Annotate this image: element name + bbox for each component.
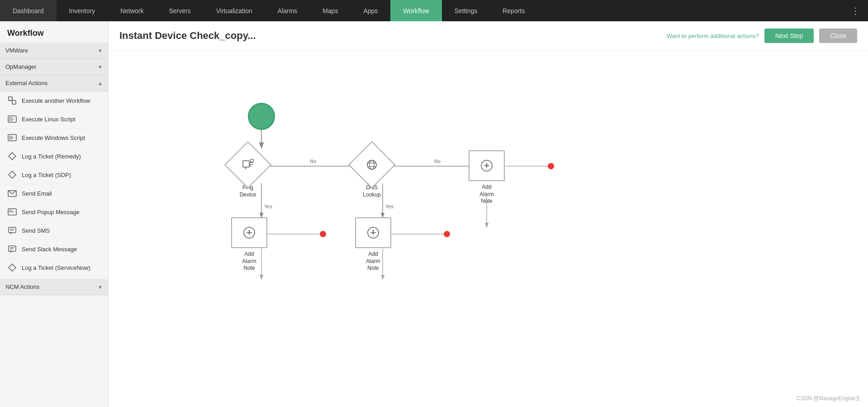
log-ticket-remedy-label: Log a Ticket (Remedy) <box>22 153 81 160</box>
sidebar-group-external-actions-label: External Actions <box>5 80 47 86</box>
svg-text:No: No <box>310 158 316 164</box>
workflow-canvas[interactable]: No No Yes Yes <box>109 51 868 407</box>
send-popup-icon <box>7 207 17 217</box>
sidebar-item-execute-another-workflow[interactable]: Execute another Workflow <box>0 91 108 110</box>
sidebar: Workflow VMWare ▼ OpManager ▼ External A… <box>0 21 109 407</box>
content-header: Instant Device Check_copy... Want to per… <box>109 21 868 51</box>
watermark: CSDN @ManageEngine主 <box>797 395 861 402</box>
workflow-arrows-svg: No No Yes Yes <box>109 51 606 368</box>
svg-text:Yes: Yes <box>385 204 394 209</box>
nav-item-inventory[interactable]: Inventory <box>57 0 108 21</box>
svg-marker-12 <box>9 153 16 160</box>
close-button[interactable]: Close <box>819 29 857 43</box>
main-content: Instant Device Check_copy... Want to per… <box>109 21 868 407</box>
send-sms-icon <box>7 225 17 235</box>
linux-script-icon <box>7 114 17 124</box>
sidebar-group-opmanager-label: OpManager <box>5 63 37 70</box>
svg-rect-21 <box>9 246 16 251</box>
sidebar-group-ncm-label: NCM Actions <box>5 283 39 290</box>
sidebar-item-send-slack[interactable]: Send Slack Message <box>0 240 108 259</box>
execute-workflow-icon <box>7 96 17 105</box>
sidebar-item-send-sms[interactable]: Send SMS <box>0 221 108 240</box>
sidebar-group-ncm-actions[interactable]: NCM Actions ▼ <box>0 279 108 295</box>
sidebar-group-external-actions[interactable]: External Actions ▲ <box>0 75 108 91</box>
nav-item-alarms[interactable]: Alarms <box>265 0 310 21</box>
sidebar-item-execute-windows-script[interactable]: Execute Windows Script <box>0 129 108 147</box>
sidebar-item-send-email[interactable]: Send Email <box>0 184 108 203</box>
ticket-servicenow-icon <box>7 263 17 273</box>
svg-text:Yes: Yes <box>264 204 272 209</box>
nav-item-virtualization[interactable]: Virtualization <box>204 0 265 21</box>
nav-item-dashboard[interactable]: Dashboard <box>0 0 57 21</box>
execute-another-workflow-label: Execute another Workflow <box>22 97 90 104</box>
svg-rect-0 <box>9 97 12 101</box>
log-ticket-servicenow-label: Log a Ticket (ServiceNow) <box>22 264 90 271</box>
nav-item-network[interactable]: Network <box>108 0 156 21</box>
svg-text:No: No <box>434 158 441 164</box>
windows-script-icon <box>7 133 17 143</box>
ticket-remedy-icon <box>7 151 17 161</box>
send-popup-label: Send Popup Message <box>22 209 80 215</box>
additional-actions-link[interactable]: Want to perform additional actions? <box>667 33 759 39</box>
nav-item-reports[interactable]: Reports <box>490 0 537 21</box>
send-email-icon <box>7 188 17 198</box>
nav-item-maps[interactable]: Maps <box>310 0 351 21</box>
header-actions: Want to perform additional actions? Next… <box>667 29 857 43</box>
send-slack-icon <box>7 244 17 254</box>
nav-more-icon[interactable]: ⋮ <box>843 5 868 16</box>
svg-point-51 <box>367 160 376 169</box>
svg-rect-18 <box>9 227 16 233</box>
add-alarm-note-mid[interactable]: AddAlarmNote <box>355 217 391 272</box>
chevron-down-icon: ▼ <box>98 48 103 53</box>
ping-device-node[interactable]: PingDevice <box>231 148 265 198</box>
start-node[interactable] <box>248 103 275 130</box>
ticket-sdp-icon <box>7 170 17 180</box>
dns-lookup-node[interactable]: DNSLookup <box>355 148 389 198</box>
next-step-button[interactable]: Next Step <box>764 29 814 43</box>
sidebar-item-execute-linux-script[interactable]: Execute Linux Script <box>0 110 108 129</box>
send-email-label: Send Email <box>22 190 52 197</box>
send-slack-label: Send Slack Message <box>22 246 77 253</box>
svg-point-52 <box>370 160 374 169</box>
svg-marker-24 <box>9 264 16 271</box>
top-navigation: Dashboard Inventory Network Servers Virt… <box>0 0 868 21</box>
log-ticket-sdp-label: Log a Ticket (SDP) <box>22 172 71 178</box>
add-alarm-note-mid-label: AddAlarmNote <box>366 251 380 272</box>
sidebar-item-send-popup[interactable]: Send Popup Message <box>0 203 108 221</box>
chevron-down-icon-3: ▼ <box>98 284 103 290</box>
nav-item-settings[interactable]: Settings <box>442 0 490 21</box>
add-alarm-note-left-label: AddAlarmNote <box>242 251 256 272</box>
endpoint-dot-mid <box>444 231 450 237</box>
sidebar-item-log-ticket-sdp[interactable]: Log a Ticket (SDP) <box>0 166 108 184</box>
nav-item-servers[interactable]: Servers <box>156 0 203 21</box>
chevron-down-icon-2: ▼ <box>98 64 103 70</box>
sidebar-group-vmware-label: VMWare <box>5 47 28 54</box>
svg-rect-1 <box>12 101 16 104</box>
execute-windows-script-label: Execute Windows Script <box>22 134 85 141</box>
sidebar-item-log-ticket-servicenow[interactable]: Log a Ticket (ServiceNow) <box>0 259 108 277</box>
workflow-title: Instant Device Check_copy... <box>119 30 659 42</box>
nav-item-workflow[interactable]: Workflow <box>390 0 441 21</box>
svg-marker-13 <box>9 171 16 178</box>
endpoint-dot-top <box>548 163 554 169</box>
add-alarm-note-top-label: AddAlarmNote <box>479 184 493 205</box>
add-alarm-note-left[interactable]: AddAlarmNote <box>231 217 267 272</box>
sidebar-item-log-ticket-remedy[interactable]: Log a Ticket (Remedy) <box>0 147 108 166</box>
chevron-up-icon: ▲ <box>98 81 103 86</box>
send-sms-label: Send SMS <box>22 227 50 234</box>
endpoint-dot-left <box>320 231 326 237</box>
sidebar-title: Workflow <box>0 21 108 43</box>
execute-linux-script-label: Execute Linux Script <box>22 116 76 123</box>
sidebar-group-vmware[interactable]: VMWare ▼ <box>0 43 108 59</box>
add-alarm-note-top[interactable]: AddAlarmNote <box>469 150 505 205</box>
svg-rect-49 <box>251 159 253 162</box>
nav-item-apps[interactable]: Apps <box>351 0 390 21</box>
svg-rect-45 <box>243 161 249 167</box>
sidebar-group-opmanager[interactable]: OpManager ▼ <box>0 59 108 75</box>
